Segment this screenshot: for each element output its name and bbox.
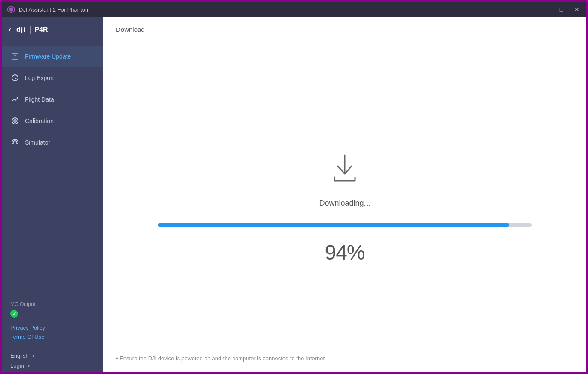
maximize-button[interactable]: □ bbox=[557, 5, 566, 14]
logo-separator: | bbox=[29, 25, 31, 34]
progress-percent: 94% bbox=[325, 241, 364, 264]
simulator-icon bbox=[10, 138, 20, 147]
app-body: ‹ dji | P4R Firm bbox=[2, 17, 586, 372]
minimize-button[interactable]: — bbox=[542, 5, 550, 14]
language-select[interactable]: English ▼ bbox=[10, 352, 95, 359]
sidebar-item-firmware-update[interactable]: Firmware Update bbox=[2, 46, 103, 67]
language-arrow-icon: ▼ bbox=[31, 353, 36, 358]
content-header-title: Download bbox=[116, 26, 145, 33]
flight-data-label: Flight Data bbox=[25, 96, 54, 103]
progress-bar-container bbox=[158, 223, 532, 227]
download-icon bbox=[328, 151, 362, 185]
download-icon-area bbox=[328, 151, 362, 187]
footer-divider bbox=[10, 347, 95, 347]
login-select[interactable]: Login ▼ bbox=[10, 362, 95, 369]
log-export-icon bbox=[10, 73, 20, 83]
svg-point-5 bbox=[14, 120, 16, 122]
login-label: Login bbox=[10, 362, 24, 369]
footer-selects: English ▼ Login ▼ bbox=[10, 352, 95, 369]
calibration-label: Calibration bbox=[25, 117, 54, 124]
downloading-text: Downloading... bbox=[319, 199, 370, 208]
close-button[interactable]: ✕ bbox=[573, 5, 581, 14]
firmware-update-label: Firmware Update bbox=[25, 53, 71, 60]
mc-status-dot bbox=[10, 310, 18, 318]
content-header: Download bbox=[103, 17, 586, 42]
logo-model: P4R bbox=[34, 26, 48, 34]
simulator-label: Simulator bbox=[25, 139, 50, 146]
title-bar-text: DJI Assistant 2 For Phantom bbox=[19, 6, 542, 13]
calibration-icon bbox=[10, 116, 20, 126]
app-window: DJI Assistant 2 For Phantom — □ ✕ ‹ dji … bbox=[2, 2, 586, 372]
logo-dji: dji bbox=[16, 26, 26, 34]
svg-point-4 bbox=[12, 118, 18, 124]
app-icon bbox=[7, 5, 15, 14]
window-controls: — □ ✕ bbox=[542, 5, 581, 14]
back-button[interactable]: ‹ bbox=[9, 25, 11, 34]
sidebar: ‹ dji | P4R Firm bbox=[2, 17, 103, 372]
content-body: Downloading... 94% Ensure the DJI device… bbox=[103, 42, 586, 372]
sidebar-item-flight-data[interactable]: Flight Data bbox=[2, 89, 103, 110]
privacy-policy-link[interactable]: Privacy Policy bbox=[10, 325, 95, 331]
mc-status bbox=[10, 310, 95, 318]
mc-output-label: MC Output bbox=[10, 301, 95, 307]
flight-data-icon bbox=[10, 95, 20, 104]
nav-menu: Firmware Update Log Export bbox=[2, 42, 103, 294]
sidebar-item-calibration[interactable]: Calibration bbox=[2, 110, 103, 132]
footer-note-text: Ensure the DJI device is powered on and … bbox=[116, 355, 326, 362]
main-content: Download Downloading... 94% Ensure the bbox=[103, 17, 586, 372]
title-bar: DJI Assistant 2 For Phantom — □ ✕ bbox=[2, 2, 586, 17]
sidebar-footer: MC Output Privacy Policy Terms Of Use En… bbox=[2, 294, 103, 372]
login-arrow-icon: ▼ bbox=[27, 363, 31, 368]
svg-marker-1 bbox=[9, 7, 13, 12]
progress-bar bbox=[158, 223, 509, 227]
sidebar-header: ‹ dji | P4R bbox=[2, 17, 103, 42]
language-label: English bbox=[10, 352, 29, 359]
footer-note: Ensure the DJI device is powered on and … bbox=[116, 354, 573, 362]
footer-links: Privacy Policy Terms Of Use bbox=[10, 325, 95, 340]
logo-area: dji | P4R bbox=[16, 25, 48, 34]
sidebar-item-simulator[interactable]: Simulator bbox=[2, 132, 103, 153]
firmware-update-icon bbox=[10, 52, 20, 61]
log-export-label: Log Export bbox=[25, 74, 54, 81]
sidebar-item-log-export[interactable]: Log Export bbox=[2, 67, 103, 89]
terms-of-use-link[interactable]: Terms Of Use bbox=[10, 334, 95, 340]
